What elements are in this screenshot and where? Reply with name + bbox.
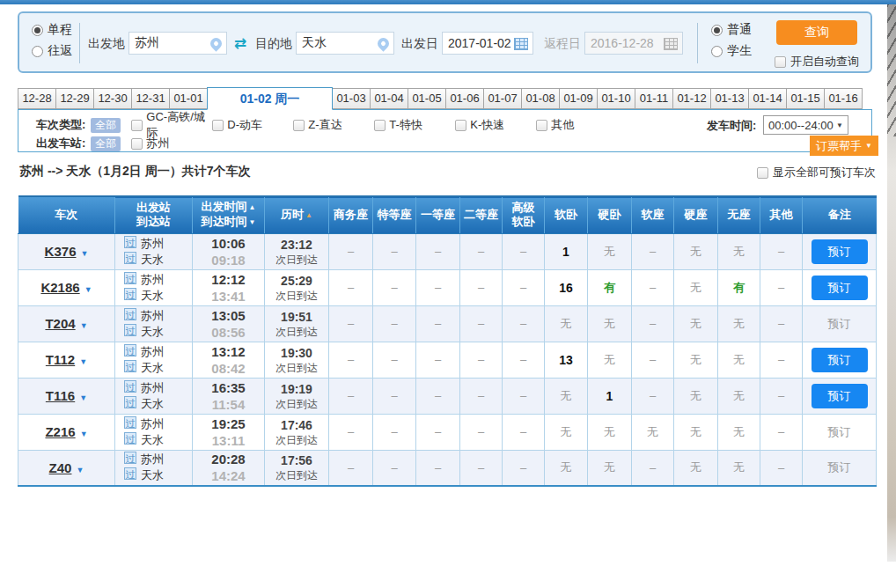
checkbox-icon[interactable] bbox=[536, 120, 547, 131]
seat-availability-cell: 无 bbox=[718, 378, 760, 414]
date-tab[interactable]: 01-04 bbox=[370, 88, 408, 109]
train-number-link[interactable]: Z40 bbox=[49, 460, 72, 475]
expand-caret-icon[interactable]: ▼ bbox=[79, 357, 87, 366]
date-tab[interactable]: 01-01 bbox=[169, 88, 208, 109]
date-tab-selected[interactable]: 01-02 周一 bbox=[207, 87, 333, 110]
column-header-label: 高级 bbox=[512, 201, 535, 214]
date-tab[interactable]: 12-29 bbox=[55, 88, 94, 109]
depart-station-all-badge[interactable]: 全部 bbox=[91, 136, 121, 151]
radio-icon[interactable] bbox=[711, 46, 723, 57]
train-number-link[interactable]: K2186 bbox=[40, 280, 79, 295]
date-tab[interactable]: 01-09 bbox=[559, 88, 598, 109]
seat-availability-cell: 有 bbox=[718, 269, 760, 305]
train-number-link[interactable]: Z216 bbox=[45, 424, 75, 439]
expand-caret-icon[interactable]: ▼ bbox=[80, 321, 88, 330]
book-button[interactable]: 预订 bbox=[812, 239, 868, 264]
seat-availability-cell: – bbox=[373, 414, 416, 450]
train-number-link[interactable]: T116 bbox=[46, 388, 75, 403]
date-tab[interactable]: 12-31 bbox=[131, 88, 170, 109]
filter-panel: 车次类型: 全部 GC-高铁/城际D-动车Z-直达T-特快K-快速其他 出发车站… bbox=[18, 109, 872, 152]
sort-desc-icon[interactable]: ▼ bbox=[249, 218, 256, 226]
train-number-link[interactable]: T204 bbox=[45, 316, 75, 331]
date-tab[interactable]: 01-10 bbox=[597, 88, 635, 109]
checkbox-icon[interactable] bbox=[131, 120, 143, 131]
book-button[interactable]: 预订 bbox=[812, 384, 868, 408]
booking-helper-button[interactable]: 订票帮手 ▼ bbox=[810, 136, 878, 156]
depart-time: 19:25 bbox=[193, 415, 264, 432]
radio-selected-icon[interactable] bbox=[32, 25, 43, 36]
seat-availability-cell: – bbox=[329, 414, 373, 450]
expand-caret-icon[interactable]: ▼ bbox=[80, 249, 88, 258]
checkbox-icon[interactable] bbox=[212, 120, 224, 131]
date-tab[interactable]: 01-06 bbox=[445, 88, 484, 109]
pass-station-badge: 过 bbox=[124, 252, 136, 264]
date-tab[interactable]: 12-30 bbox=[93, 88, 132, 109]
depart-time-label: 发车时间: bbox=[707, 118, 756, 134]
checkbox-icon[interactable] bbox=[374, 120, 386, 131]
train-number-link[interactable]: T112 bbox=[46, 352, 75, 367]
auto-query-checkbox[interactable]: 开启自动查询 bbox=[775, 54, 859, 70]
date-tab[interactable]: 01-08 bbox=[521, 88, 560, 109]
expand-caret-icon[interactable]: ▼ bbox=[84, 285, 92, 294]
column-header-label: 软卧 bbox=[512, 215, 535, 228]
train-number-link[interactable]: K376 bbox=[45, 244, 77, 259]
radio-round-trip[interactable]: 往返 bbox=[32, 44, 72, 58]
book-button[interactable]: 预订 bbox=[812, 276, 868, 300]
expand-caret-icon[interactable]: ▼ bbox=[76, 466, 84, 474]
date-tab[interactable]: 01-13 bbox=[710, 88, 749, 109]
expand-caret-icon[interactable]: ▼ bbox=[80, 430, 88, 438]
column-header: 出发站到达站 bbox=[115, 196, 193, 233]
date-tab[interactable]: 01-15 bbox=[786, 88, 825, 109]
pass-station-badge: 过 bbox=[124, 272, 136, 284]
checkbox-icon[interactable] bbox=[131, 138, 143, 150]
depart-time-select[interactable]: 00:00--24:00 ▼ bbox=[763, 115, 848, 135]
query-button[interactable]: 查询 bbox=[776, 20, 857, 45]
calendar-icon[interactable] bbox=[514, 38, 528, 50]
radio-student-passenger[interactable]: 学生 bbox=[711, 44, 752, 58]
date-tab[interactable]: 01-14 bbox=[748, 88, 787, 109]
date-tab[interactable]: 01-12 bbox=[672, 88, 711, 109]
radio-one-way[interactable]: 单程 bbox=[32, 23, 72, 37]
date-tab[interactable]: 01-11 bbox=[635, 88, 673, 109]
date-tab[interactable]: 01-07 bbox=[483, 88, 522, 109]
seat-availability-cell: 无 bbox=[545, 378, 588, 414]
radio-icon[interactable] bbox=[32, 46, 43, 57]
column-header: 备注 bbox=[803, 196, 877, 233]
seat-availability-cell: – bbox=[503, 342, 545, 378]
sort-asc-active-icon[interactable]: ▲ bbox=[305, 211, 312, 219]
book-button[interactable]: 预订 bbox=[812, 348, 868, 372]
calendar-icon bbox=[664, 38, 678, 50]
seat-availability-cell: 无 bbox=[674, 378, 718, 414]
seat-availability-cell: 无 bbox=[545, 414, 588, 450]
duration: 17:56 bbox=[265, 452, 328, 468]
duration: 25:29 bbox=[265, 273, 328, 289]
duration: 19:19 bbox=[265, 381, 328, 397]
radio-normal-passenger[interactable]: 普通 bbox=[711, 23, 752, 37]
checkbox-icon[interactable] bbox=[757, 167, 768, 179]
column-header[interactable]: 历时▲ bbox=[265, 196, 329, 233]
checkbox-icon[interactable] bbox=[293, 120, 305, 131]
radio-selected-icon[interactable] bbox=[711, 25, 723, 36]
from-input-wrap bbox=[129, 32, 227, 55]
seat-availability-cell: – bbox=[503, 305, 545, 342]
show-all-checkbox[interactable]: 显示全部可预订车次 bbox=[757, 165, 876, 180]
auto-query-label: 开启自动查询 bbox=[790, 54, 859, 70]
sort-asc-icon[interactable]: ▲ bbox=[249, 203, 256, 211]
expand-caret-icon[interactable]: ▼ bbox=[79, 393, 87, 402]
column-header[interactable]: 出发时间▲到达时间▼ bbox=[193, 196, 265, 233]
depart-time: 16:35 bbox=[193, 379, 264, 396]
train-type-all-badge[interactable]: 全部 bbox=[91, 118, 121, 133]
duration-note: 次日到达 bbox=[265, 397, 328, 411]
seat-availability-cell: – bbox=[503, 233, 545, 269]
column-header-label: 到达时间 bbox=[202, 215, 247, 228]
checkbox-icon[interactable] bbox=[775, 56, 786, 68]
to-label: 目的地 bbox=[255, 36, 292, 52]
date-tab[interactable]: 01-16 bbox=[824, 88, 863, 109]
date-tab[interactable]: 12-28 bbox=[18, 88, 56, 109]
swap-icon[interactable]: ⇄ bbox=[234, 34, 246, 53]
checkbox-icon[interactable] bbox=[455, 120, 466, 131]
seat-availability-cell: 无 bbox=[588, 233, 632, 269]
date-tab[interactable]: 01-03 bbox=[332, 88, 371, 109]
filter-option[interactable]: 苏州 bbox=[131, 136, 212, 151]
date-tab[interactable]: 01-05 bbox=[408, 88, 446, 109]
